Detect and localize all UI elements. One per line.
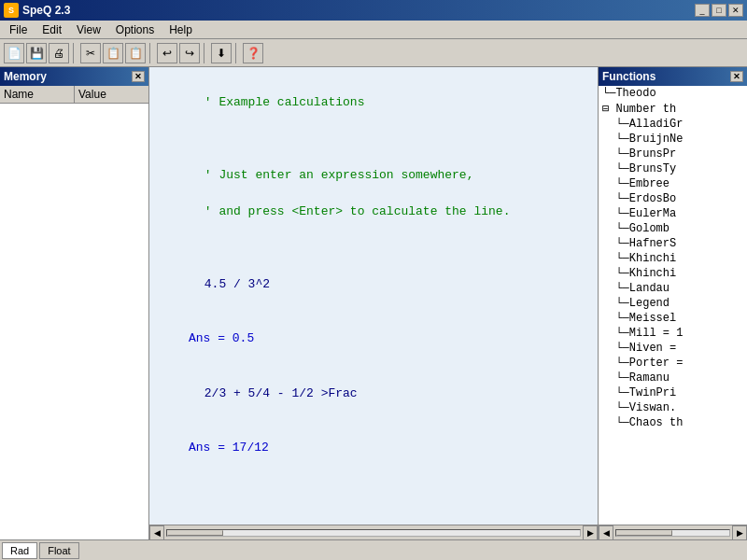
tree-item-8[interactable]: └─EulerMa [599,206,747,221]
tree-item-18[interactable]: └─Porter = [599,356,747,371]
tree-item-22[interactable]: └─Chaos th [599,415,747,430]
toolbar-sep-4 [235,43,239,63]
tree-item-20[interactable]: └─TwinPri [599,385,747,400]
tree-item-21[interactable]: └─Viswan. [599,400,747,415]
paste-button[interactable]: 📋 [125,43,146,63]
title-bar: S SpeQ 2.3 _ □ ✕ [0,0,747,21]
tree-item-12[interactable]: └─Khinchi [599,266,747,281]
tree-item-14[interactable]: └─Legend [599,296,747,311]
tree-item-15[interactable]: └─Meissel [599,311,747,326]
line-6: 4.5 / 3^2 [204,277,270,291]
tree-item-4[interactable]: └─BrunsPr [599,147,747,161]
tree-item-5[interactable]: └─BrunsTy [599,161,747,176]
line-3: ' Just enter an expression somewhere, [204,168,474,182]
tree-item-3[interactable]: └─BruijnNe [599,132,747,147]
functions-scrollbar[interactable]: ◀ ▶ [599,525,747,539]
functions-title-bar: Functions ✕ [599,67,747,86]
scroll-thumb[interactable] [167,530,223,536]
tree-item-11[interactable]: └─Khinchi [599,251,747,266]
download-button[interactable]: ⬇ [211,43,232,63]
memory-col-name: Name [0,86,75,103]
new-button[interactable]: 📄 [4,43,24,63]
toolbar: 📄 💾 🖨 ✂ 📋 📋 ↩ ↪ ⬇ ❓ [0,39,747,67]
functions-scroll-track[interactable] [615,529,730,537]
status-bar: Rad Float [0,539,747,560]
close-button[interactable]: ✕ [728,4,743,17]
memory-col-value: Value [75,86,148,103]
tree-item-1[interactable]: ⊟ Number th [599,101,747,117]
memory-panel: Memory ✕ Name Value [0,67,149,539]
memory-content [0,104,148,539]
line-9: Ans = 17/12 [161,439,586,457]
memory-title-bar: Memory ✕ [0,67,148,86]
editor-panel: ' Example calculations ' Just enter an e… [149,67,598,539]
functions-title: Functions [602,70,655,83]
menu-options[interactable]: Options [108,21,162,38]
line-8: 2/3 + 5/4 - 1/2 >Frac [204,386,358,400]
editor-content[interactable]: ' Example calculations ' Just enter an e… [149,67,598,525]
title-bar-buttons: _ □ ✕ [695,4,743,17]
memory-title: Memory [4,70,47,83]
status-tab-rad[interactable]: Rad [2,542,37,559]
menu-bar: File Edit View Options Help [0,21,747,39]
print-button[interactable]: 🖨 [49,43,69,63]
tree-item-9[interactable]: └─Golomb [599,221,747,236]
menu-help[interactable]: Help [162,21,200,38]
redo-button[interactable]: ↪ [179,43,200,63]
functions-scroll-thumb[interactable] [616,530,672,536]
main-layout: Memory ✕ Name Value ' Example calculatio… [0,67,747,539]
save-button[interactable]: 💾 [26,43,47,63]
functions-scroll-left[interactable]: ◀ [599,525,613,540]
memory-close-button[interactable]: ✕ [132,71,145,82]
tree-item-6[interactable]: └─Embree [599,176,747,191]
scroll-right-arrow[interactable]: ▶ [583,525,598,540]
menu-view[interactable]: View [69,21,108,38]
line-1: ' Example calculations [204,95,365,109]
scroll-track[interactable] [166,529,581,537]
functions-close-button[interactable]: ✕ [730,71,743,82]
menu-edit[interactable]: Edit [35,21,69,38]
memory-table-header: Name Value [0,86,148,104]
cut-button[interactable]: ✂ [80,43,101,63]
tree-item-19[interactable]: └─Ramanu [599,371,747,385]
toolbar-sep-1 [73,43,77,63]
toolbar-sep-2 [149,43,153,63]
copy-button[interactable]: 📋 [103,43,123,63]
app-icon: S [4,3,19,18]
toolbar-sep-3 [204,43,207,63]
tree-item-13[interactable]: └─Landau [599,281,747,296]
tree-item-0[interactable]: └─Theodo [599,86,747,101]
help-button[interactable]: ❓ [243,43,263,63]
tree-item-10[interactable]: └─HafnerS [599,236,747,251]
line-4: ' and press <Enter> to calculate the lin… [204,204,511,218]
minimize-button[interactable]: _ [695,4,710,17]
functions-scroll-right[interactable]: ▶ [732,525,747,540]
status-tab-float[interactable]: Float [39,542,78,559]
scroll-left-arrow[interactable]: ◀ [149,525,164,540]
tree-item-7[interactable]: └─ErdosBo [599,191,747,206]
undo-button[interactable]: ↩ [157,43,177,63]
functions-tree[interactable]: └─Theodo ⊟ Number th └─AlladiGr └─Bruijn… [599,86,747,525]
line-7: Ans = 0.5 [161,329,586,348]
maximize-button[interactable]: □ [712,4,726,17]
tree-item-2[interactable]: └─AlladiGr [599,117,747,132]
functions-panel: Functions ✕ └─Theodo ⊟ Number th └─Allad… [598,67,747,539]
tree-item-16[interactable]: └─Mill = 1 [599,326,747,341]
menu-file[interactable]: File [2,21,35,38]
horizontal-scrollbar[interactable]: ◀ ▶ [149,525,598,539]
tree-item-17[interactable]: └─Niven = [599,341,747,356]
app-title: SpeQ 2.3 [22,4,70,17]
